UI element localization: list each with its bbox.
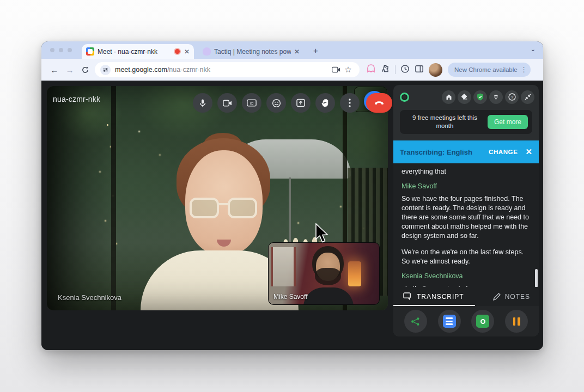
- shield-check-icon[interactable]: [473, 90, 487, 104]
- toolbar-divider: [395, 65, 396, 74]
- raise-hand-icon[interactable]: [315, 93, 335, 113]
- pip-fireplace: [348, 261, 361, 286]
- transcribing-banner: Transcribing: English CHANGE ✕: [393, 140, 539, 163]
- pause-icon[interactable]: [505, 310, 528, 333]
- meeting-code-label: nua-czmr-nkk: [53, 95, 100, 103]
- new-tab-button[interactable]: +: [313, 46, 318, 55]
- screenshot-icon[interactable]: [471, 310, 494, 333]
- tab-transcript-label: TRANSCRIPT: [417, 293, 464, 301]
- transcript-speaker: Mike Savoff: [402, 182, 531, 190]
- forward-button[interactable]: →: [62, 62, 77, 77]
- tactiq-extension-icon[interactable]: [366, 64, 376, 76]
- panel-tab-bar: TRANSCRIPT NOTES: [393, 287, 539, 306]
- transcript-text: We're on the we're on the last few steps…: [402, 248, 531, 266]
- meet-page: Ksenia Svechnikova Mike Savoff nua-czmr-…: [41, 81, 543, 350]
- string-lights: [107, 124, 108, 126]
- tactiq-logo-icon: [400, 93, 409, 102]
- tab-title: Tactiq | Meeting notes powe: [214, 48, 291, 56]
- close-tab-icon[interactable]: ✕: [184, 48, 190, 56]
- active-tab-underline: [393, 305, 475, 307]
- tab-transcript[interactable]: TRANSCRIPT: [403, 292, 464, 301]
- chrome-update-button[interactable]: New Chrome available ⋮: [448, 63, 531, 77]
- camera-permission-icon[interactable]: [330, 66, 342, 73]
- get-more-button[interactable]: Get more: [488, 115, 528, 129]
- profile-avatar[interactable]: [429, 63, 442, 77]
- camera-icon[interactable]: [217, 93, 237, 113]
- side-panel-icon[interactable]: [415, 64, 424, 76]
- mic-icon[interactable]: [193, 93, 212, 113]
- frame-bar: [111, 86, 116, 310]
- transcript-list[interactable]: everything that Mike Savoff So we have t…: [393, 163, 539, 287]
- home-icon[interactable]: [442, 90, 455, 104]
- mouse-cursor: [315, 223, 329, 246]
- chrome-update-label: New Chrome available: [454, 66, 518, 73]
- collapse-icon[interactable]: [521, 90, 534, 104]
- transcript-text: So we have the four pages finished. The …: [402, 194, 531, 241]
- back-button[interactable]: ←: [47, 62, 62, 77]
- patio-umbrella: [227, 139, 351, 179]
- window-controls[interactable]: [50, 48, 72, 52]
- pencil-icon: [493, 293, 501, 301]
- site-settings-icon[interactable]: [100, 65, 111, 75]
- chat-icon: [403, 292, 412, 301]
- meet-controls: cc: [193, 93, 392, 113]
- captions-icon[interactable]: cc: [242, 93, 261, 113]
- tactiq-panel: ? 9 free meetings left this month Get mo…: [393, 85, 539, 336]
- help-icon[interactable]: ?: [505, 90, 519, 104]
- extensions-puzzle-icon[interactable]: [381, 64, 390, 76]
- panel-toolbar: [393, 306, 539, 336]
- change-language-button[interactable]: CHANGE: [489, 149, 518, 155]
- address-bar[interactable]: meet.google.com/nua-czmr-nkk ☆: [95, 62, 360, 77]
- transcript-speaker: Ksenia Svechnikova: [402, 272, 531, 280]
- tab-search-chevron-icon[interactable]: ⌄: [531, 46, 536, 53]
- bookmark-star-icon[interactable]: ☆: [342, 65, 354, 75]
- recording-indicator-icon: [174, 48, 181, 55]
- close-tab-icon[interactable]: ✕: [294, 48, 300, 56]
- transcript-text: everything that: [402, 167, 531, 176]
- door-frame-left: [47, 86, 117, 310]
- tactiq-favicon-icon: [203, 47, 211, 56]
- url-text: meet.google.com/nua-czmr-nkk: [115, 66, 330, 74]
- reactions-icon[interactable]: [266, 93, 286, 113]
- tactiq-header: ?: [393, 85, 539, 109]
- reload-button[interactable]: [77, 62, 93, 77]
- browser-menu-icon[interactable]: ⋮: [521, 66, 527, 74]
- tab-tactiq[interactable]: Tactiq | Meeting notes powe ✕: [198, 44, 304, 59]
- participant-name-label: Ksenia Svechnikova: [58, 293, 121, 302]
- browser-window: Meet - nua-czmr-nkk ✕ Tactiq | Meeting n…: [41, 41, 543, 350]
- tab-title: Meet - nua-czmr-nkk: [98, 48, 171, 56]
- tab-notes-label: NOTES: [505, 293, 530, 301]
- pip-name-label: Mike Savoff: [273, 293, 307, 301]
- share-icon[interactable]: [404, 310, 427, 333]
- panel-scrollbar[interactable]: [535, 269, 538, 287]
- transcribing-label: Transcribing: English: [400, 148, 489, 156]
- meet-favicon-icon: [86, 47, 94, 56]
- tab-strip: Meet - nua-czmr-nkk ✕ Tactiq | Meeting n…: [41, 41, 543, 59]
- end-call-button[interactable]: [366, 93, 392, 113]
- gear-icon[interactable]: [489, 90, 503, 104]
- extension-compass-icon[interactable]: [400, 64, 410, 76]
- more-options-icon[interactable]: [340, 93, 360, 113]
- docs-icon[interactable]: [438, 310, 461, 333]
- pip-video-tile[interactable]: Mike Savoff: [268, 242, 380, 305]
- tab-meet[interactable]: Meet - nua-czmr-nkk ✕: [82, 44, 194, 59]
- present-icon[interactable]: [291, 93, 311, 113]
- close-banner-icon[interactable]: ✕: [525, 147, 532, 157]
- svg-text:?: ?: [510, 95, 513, 100]
- quota-card: 9 free meetings left this month Get more: [400, 110, 532, 134]
- quota-label: 9 free meetings left this month: [405, 114, 488, 130]
- pip-window: [271, 247, 296, 286]
- svg-text:cc: cc: [250, 101, 254, 105]
- tab-notes[interactable]: NOTES: [493, 293, 530, 301]
- browser-toolbar: ← → meet.google.com/nua-czmr-nkk ☆: [41, 59, 543, 81]
- eraser-icon[interactable]: [458, 90, 471, 104]
